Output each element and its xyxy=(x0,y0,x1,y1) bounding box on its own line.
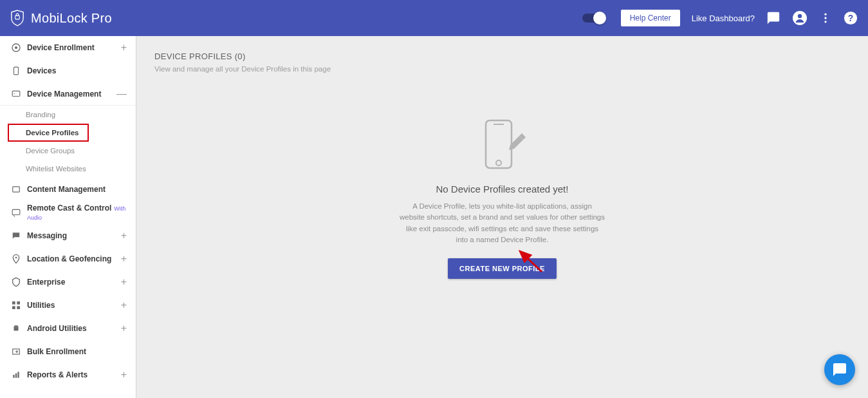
empty-phone-icon xyxy=(479,118,526,173)
svg-rect-26 xyxy=(17,372,19,377)
expand-icon: + xyxy=(121,230,127,242)
svg-point-4 xyxy=(824,17,826,19)
sidebar-item-device-enrollment[interactable]: Device Enrollment + xyxy=(0,36,136,59)
app-header: MobiLock Pro Help Center Like Dashboard?… xyxy=(0,0,868,36)
nav-label: Remote Cast & ControlWith Audio xyxy=(27,204,127,222)
svg-rect-19 xyxy=(17,306,20,309)
chat-fab-button[interactable] xyxy=(824,354,855,385)
svg-rect-16 xyxy=(12,301,15,305)
expand-icon: + xyxy=(121,299,127,311)
nav-label: Enterprise xyxy=(27,278,121,287)
more-icon[interactable] xyxy=(819,12,832,24)
sidebar-subitem-device-groups[interactable]: Device Groups xyxy=(0,142,136,160)
expand-icon: + xyxy=(121,253,127,265)
utilities-icon xyxy=(9,300,23,310)
nav-label: Reports & Alerts xyxy=(27,370,121,379)
page-title: DEVICE PROFILES (0) xyxy=(154,52,850,61)
sidebar-item-enterprise[interactable]: Enterprise + xyxy=(0,270,136,294)
svg-rect-18 xyxy=(12,306,15,309)
sidebar-subitem-device-profiles[interactable]: Device Profiles xyxy=(8,124,89,142)
svg-point-15 xyxy=(15,257,17,259)
svg-rect-25 xyxy=(15,374,17,378)
empty-description: A Device Profile, lets you white-list ap… xyxy=(400,201,605,245)
sidebar-item-android-utilities[interactable]: Android Utilities + xyxy=(0,317,136,340)
create-new-profile-button[interactable]: CREATE NEW PROFILE xyxy=(448,258,557,279)
brand-name: MobiLock Pro xyxy=(31,11,112,26)
sidebar-subitem-whitelist-websites[interactable]: Whitelist Websites xyxy=(0,160,136,178)
nav-label: Messaging xyxy=(27,231,121,240)
svg-rect-20 xyxy=(14,327,19,331)
nav-label: Device Management xyxy=(27,90,116,99)
svg-point-12 xyxy=(14,93,14,93)
svg-rect-24 xyxy=(13,375,14,378)
sidebar-item-location[interactable]: Location & Geofencing + xyxy=(0,247,136,270)
reports-icon xyxy=(9,370,23,379)
header-left: MobiLock Pro xyxy=(10,10,112,26)
help-center-button[interactable]: Help Center xyxy=(621,10,680,26)
help-icon[interactable]: ? xyxy=(844,11,858,25)
svg-point-9 xyxy=(15,46,17,49)
bulk-icon xyxy=(9,347,23,356)
svg-point-3 xyxy=(824,14,826,15)
cast-icon xyxy=(9,208,23,217)
svg-point-5 xyxy=(824,21,826,23)
svg-rect-0 xyxy=(15,15,19,19)
svg-rect-14 xyxy=(12,209,20,214)
svg-rect-13 xyxy=(13,187,20,192)
sidebar-item-messaging[interactable]: Messaging + xyxy=(0,224,136,247)
sidebar-item-remote-cast[interactable]: Remote Cast & ControlWith Audio xyxy=(0,201,136,224)
nav-label: Utilities xyxy=(27,301,121,310)
enrollment-icon xyxy=(9,43,23,53)
page-subtitle: View and manage all your Device Profiles… xyxy=(154,65,850,73)
nav-label: Bulk Enrollment xyxy=(27,347,127,356)
sidebar-item-devices[interactable]: Devices xyxy=(0,59,136,82)
logo-icon xyxy=(10,10,24,26)
svg-rect-17 xyxy=(17,301,20,305)
content-icon xyxy=(9,185,23,194)
svg-point-29 xyxy=(496,160,501,166)
sidebar-item-reports[interactable]: Reports & Alerts + xyxy=(0,363,136,386)
header-right: Help Center Like Dashboard? ? xyxy=(582,10,858,26)
expand-icon: + xyxy=(121,369,127,381)
empty-state: No Device Profiles created yet! A Device… xyxy=(154,118,850,279)
messaging-icon xyxy=(9,231,23,240)
devices-icon xyxy=(9,66,23,76)
expand-icon: + xyxy=(121,42,127,53)
like-dashboard-link[interactable]: Like Dashboard? xyxy=(692,14,755,23)
expand-icon: + xyxy=(121,276,127,288)
sidebar: Device Enrollment + Devices Device Manag… xyxy=(0,36,136,398)
sidebar-item-content-management[interactable]: Content Management xyxy=(0,178,136,201)
nav-label: Location & Geofencing xyxy=(27,254,121,263)
theme-toggle[interactable] xyxy=(582,14,604,23)
sidebar-item-device-management[interactable]: Device Management — xyxy=(0,82,136,106)
account-icon[interactable] xyxy=(792,10,808,26)
nav-label: Devices xyxy=(27,66,127,75)
svg-point-2 xyxy=(798,14,802,18)
svg-rect-10 xyxy=(14,67,19,75)
empty-title: No Device Profiles created yet! xyxy=(154,184,850,194)
sidebar-subitem-branding[interactable]: Branding xyxy=(0,106,136,124)
sidebar-item-bulk-enrollment[interactable]: Bulk Enrollment xyxy=(0,340,136,363)
svg-rect-11 xyxy=(12,91,20,96)
enterprise-icon xyxy=(9,277,23,287)
main-content: DEVICE PROFILES (0) View and manage all … xyxy=(136,36,868,398)
android-icon xyxy=(9,323,23,334)
collapse-icon: — xyxy=(116,88,127,100)
management-icon xyxy=(9,90,23,99)
nav-label: Android Utilities xyxy=(27,324,121,333)
sidebar-item-utilities[interactable]: Utilities + xyxy=(0,294,136,317)
svg-text:?: ? xyxy=(848,14,853,23)
location-icon xyxy=(9,254,23,264)
expand-icon: + xyxy=(121,323,127,334)
nav-label: Content Management xyxy=(27,185,127,194)
chat-icon[interactable] xyxy=(766,11,780,25)
nav-label: Device Enrollment xyxy=(27,43,121,52)
